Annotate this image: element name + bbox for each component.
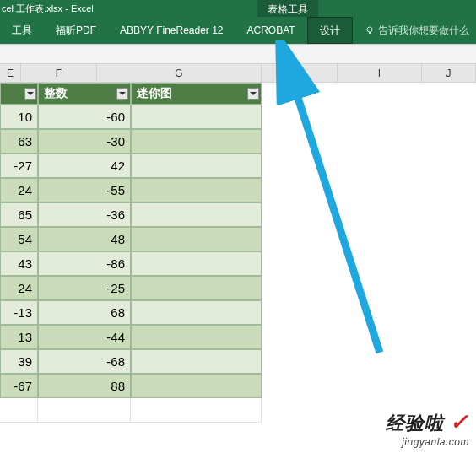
ribbon-tab-foxit-pdf[interactable]: 福昕PDF [44,17,108,44]
filter-dropdown-icon[interactable] [247,88,259,100]
col-header-i[interactable]: I [338,64,422,83]
window-title: cel 工作表.xlsx - Excel [0,3,94,15]
cell[interactable]: -67 [0,374,38,398]
sparkline-cell[interactable] [131,227,262,251]
cell[interactable]: -86 [38,251,131,276]
cell[interactable]: -55 [38,178,131,202]
ribbon: 工具 福昕PDF ABBYY FineReader 12 ACROBAT 设计 … [0,17,476,44]
cell[interactable]: -44 [38,325,131,349]
sparkline-cell[interactable] [131,178,262,202]
filter-dropdown-icon[interactable] [24,88,36,100]
titlebar: cel 工作表.xlsx - Excel [0,0,476,17]
cell[interactable]: 39 [0,349,38,374]
data-table: 整数 迷你图 10-6063-30-274224-5565-36544843-8… [0,83,476,398]
table-header-integer[interactable]: 整数 [38,83,131,105]
lightbulb-icon [365,25,375,35]
cell[interactable]: -30 [38,129,131,154]
sparkline-cell[interactable] [131,276,262,300]
ribbon-tab-acrobat[interactable]: ACROBAT [235,17,307,44]
table-row[interactable]: -6788 [0,374,476,398]
cell[interactable]: 63 [0,129,38,154]
col-header-f[interactable]: F [21,64,97,83]
table-header-row: 整数 迷你图 [0,83,476,105]
sparkline-cell[interactable] [131,202,262,227]
contextual-tab-group: 表格工具 [257,0,318,17]
sparkline-cell[interactable] [131,300,262,325]
cell[interactable]: 13 [0,325,38,349]
watermark: 经验啦 ✓ jingyanla.com [386,409,469,448]
table-row[interactable]: 13-44 [0,325,476,349]
ribbon-tab-abbyy[interactable]: ABBYY FineReader 12 [108,17,235,44]
cell[interactable]: -27 [0,154,38,178]
cell[interactable]: 10 [0,105,38,129]
table-row[interactable]: 24-55 [0,178,476,202]
sparkline-cell[interactable] [131,251,262,276]
cell[interactable]: 43 [0,251,38,276]
col-header-g[interactable]: G [97,64,262,83]
table-header-label: 迷你图 [137,86,172,101]
sparkline-cell[interactable] [131,129,262,154]
watermark-text: 经验啦 [386,413,444,434]
cell[interactable]: 48 [38,227,131,251]
sparkline-cell[interactable] [131,349,262,374]
cell[interactable]: 42 [38,154,131,178]
cell[interactable]: 68 [38,300,131,325]
sparkline-cell[interactable] [131,374,262,398]
column-headers: E F G H I J [0,64,476,83]
spreadsheet-grid[interactable]: E F G H I J 整数 迷你图 10-6063-30-274224-556… [0,64,476,423]
cell[interactable]: 24 [0,276,38,300]
table-header-blank[interactable] [0,83,38,105]
table-row[interactable]: 63-30 [0,129,476,154]
cell[interactable]: -36 [38,202,131,227]
cell[interactable]: -25 [38,276,131,300]
svg-rect-1 [369,32,371,34]
table-header-sparkline[interactable]: 迷你图 [131,83,262,105]
cell[interactable]: 65 [0,202,38,227]
table-row[interactable]: 65-36 [0,202,476,227]
ribbon-tab-tools[interactable]: 工具 [0,17,44,44]
cell[interactable]: -60 [38,105,131,129]
cell[interactable]: -68 [38,349,131,374]
tell-me-label: 告诉我你想要做什么 [378,24,469,38]
formula-bar[interactable] [0,44,476,64]
cell[interactable]: 88 [38,374,131,398]
table-row[interactable]: -2742 [0,154,476,178]
table-row[interactable]: 10-60 [0,105,476,129]
check-icon: ✓ [450,409,469,434]
col-header-h[interactable]: H [262,64,338,83]
col-header-e[interactable]: E [0,64,21,83]
sparkline-cell[interactable] [131,154,262,178]
table-row[interactable]: -1368 [0,300,476,325]
table-header-label: 整数 [44,86,68,101]
svg-point-0 [367,27,372,32]
table-row[interactable]: 5448 [0,227,476,251]
filter-dropdown-icon[interactable] [116,88,128,100]
col-header-j[interactable]: J [422,64,476,83]
table-row[interactable]: 24-25 [0,276,476,300]
table-row[interactable]: 39-68 [0,349,476,374]
table-row[interactable]: 43-86 [0,251,476,276]
cell[interactable]: -13 [0,300,38,325]
watermark-url: jingyanla.com [386,436,469,448]
tell-me-box[interactable]: 告诉我你想要做什么 [353,24,469,38]
cell[interactable]: 54 [0,227,38,251]
sparkline-cell[interactable] [131,325,262,349]
sparkline-cell[interactable] [131,105,262,129]
ribbon-tab-design[interactable]: 设计 [307,17,353,44]
cell[interactable]: 24 [0,178,38,202]
